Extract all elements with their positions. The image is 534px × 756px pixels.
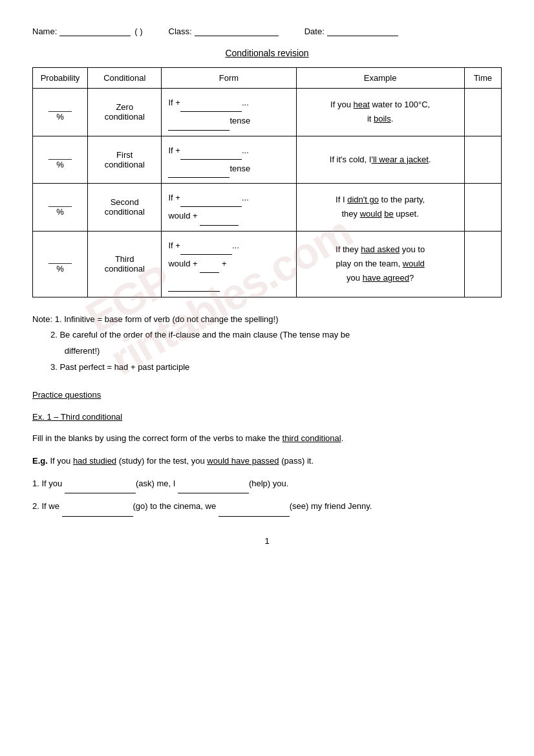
name-label: Name:	[32, 27, 57, 36]
table-row: _____% Firstconditional If + ... tense I…	[33, 136, 502, 184]
instruction: Fill in the blanks by using the correct …	[32, 429, 502, 448]
col-header-time: Time	[464, 68, 501, 89]
practice-title: Practice questions	[32, 387, 502, 404]
ex1-title: Ex. 1 – Third conditional	[32, 409, 502, 426]
page-title: Conditionals revision	[32, 48, 502, 58]
col-header-conditional: Conditional	[88, 68, 162, 89]
example-line: E.g. If you had studied (study) for the …	[32, 452, 502, 471]
table-row: _____% Secondconditional If + ... would …	[33, 184, 502, 232]
class-field: Class:	[169, 26, 279, 36]
third-prob: _____%	[33, 231, 88, 297]
q2-line: 2. If we (go) to the cinema, we (see) my…	[32, 497, 502, 517]
class-blank[interactable]	[195, 26, 279, 36]
q1-line: 1. If you (ask) me, I (help) you.	[32, 475, 502, 494]
first-example: If it's cold, I'll wear a jacket.	[296, 136, 464, 184]
header: Name: ( ) Class: Date:	[32, 26, 502, 36]
name-field: Name: ( )	[32, 26, 143, 36]
col-header-form: Form	[162, 68, 296, 89]
date-label: Date:	[304, 27, 325, 36]
name-paren: ( )	[134, 27, 142, 36]
col-header-example: Example	[296, 68, 464, 89]
note-1: Note: 1. Infinitive = base form of verb …	[32, 312, 502, 328]
zero-cond: Zeroconditional	[88, 89, 162, 136]
third-form: If + ... would + +	[162, 231, 296, 297]
second-time	[464, 184, 501, 232]
note-1-text: 1. Infinitive = base form of verb (do no…	[55, 314, 279, 324]
table-row: _____% Zeroconditional If + ... tense If…	[33, 89, 502, 136]
col-header-probability: Probability	[33, 68, 88, 89]
second-cond: Secondconditional	[88, 184, 162, 232]
third-time	[464, 231, 501, 297]
third-cond: Thirdconditional	[88, 231, 162, 297]
first-form: If + ... tense	[162, 136, 296, 184]
second-prob: _____%	[33, 184, 88, 232]
zero-prob: _____%	[33, 89, 88, 136]
second-form: If + ... would +	[162, 184, 296, 232]
note-3: 3. Past perfect = had + past participle	[50, 360, 502, 376]
practice-section: Practice questions Ex. 1 – Third conditi…	[32, 387, 502, 516]
third-example: If they had asked you toplay on the team…	[296, 231, 464, 297]
date-field: Date:	[304, 26, 398, 36]
first-prob: _____%	[33, 136, 88, 184]
name-blank[interactable]	[59, 26, 131, 36]
notes-section: Note: 1. Infinitive = base form of verb …	[32, 312, 502, 376]
page-number: 1	[32, 536, 502, 546]
zero-example: If you heat water to 100°C,it boils.	[296, 89, 464, 136]
table-row: _____% Thirdconditional If + ... would +…	[33, 231, 502, 297]
note-label: Note:	[32, 314, 55, 324]
zero-time	[464, 89, 501, 136]
class-label: Class:	[169, 27, 192, 36]
note-2: 2. Be careful of the order of the if-cla…	[50, 327, 502, 359]
first-time	[464, 136, 501, 184]
date-blank[interactable]	[327, 26, 398, 36]
conditionals-table: Probability Conditional Form Example Tim…	[32, 67, 502, 297]
zero-form: If + ... tense	[162, 89, 296, 136]
second-example: If I didn't go to the party,they would b…	[296, 184, 464, 232]
first-cond: Firstconditional	[88, 136, 162, 184]
